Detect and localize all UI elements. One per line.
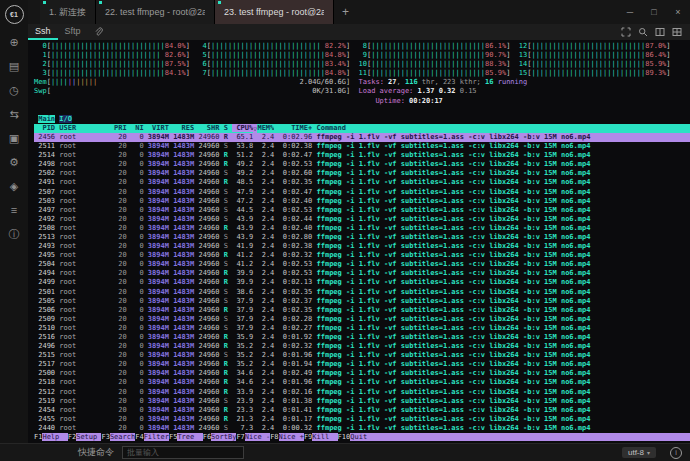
process-row[interactable]: 2516 root 20 0 3894M 1483M 24960 R 35.9 … xyxy=(34,333,690,342)
fkey-nice-[interactable]: Nice + xyxy=(279,433,304,441)
mem-cell: 2.4 xyxy=(257,369,274,377)
app-window: €1 ⊕▤◷⇆▣⚙◈≡ⓘ 1. 新连接22. test ffmpeg - roo… xyxy=(0,0,690,461)
shr-cell: 24960 xyxy=(198,378,219,386)
process-row[interactable]: 2500 root 20 0 3894M 1483M 24960 R 34.6 … xyxy=(34,369,690,378)
new-tab-button[interactable]: + xyxy=(334,0,357,24)
process-row[interactable]: 2506 root 20 0 3894M 1483M 24960 R 37.9 … xyxy=(34,306,690,315)
fkey-quit[interactable]: Quit xyxy=(350,433,375,441)
process-row[interactable]: 2440 root 20 0 3894M 1483M 24960 S 7.3 2… xyxy=(34,424,690,433)
user-cell: root xyxy=(59,160,110,168)
column-header[interactable]: TIME+ xyxy=(279,124,313,132)
process-row[interactable]: 2499 root 20 0 3894M 1483M 24960 R 39.9 … xyxy=(34,278,690,287)
fullscreen-icon[interactable] xyxy=(621,27,631,37)
fkey-setup[interactable]: Setup xyxy=(76,433,101,441)
window-tab[interactable]: 22. test ffmpeg - root@2a01:4f8:1... xyxy=(96,0,215,24)
process-row[interactable]: 2501 root 20 0 3894M 1483M 24960 S 38.6 … xyxy=(34,288,690,297)
process-row[interactable]: 2494 root 20 0 3894M 1483M 24960 R 39.9 … xyxy=(34,269,690,278)
fkey-filter[interactable]: Filter xyxy=(144,433,169,441)
process-row[interactable]: 2514 root 20 0 3894M 1483M 24960 R 51.2 … xyxy=(34,151,690,160)
screenshot-icon[interactable]: ▣ xyxy=(0,126,28,150)
cpu-cell: 23.3 xyxy=(232,406,253,414)
process-row[interactable]: 2492 root 20 0 3894M 1483M 24960 S 43.9 … xyxy=(34,215,690,224)
process-row[interactable]: 2497 root 20 0 3894M 1483M 24960 S 44.5 … xyxy=(34,206,690,215)
list-icon[interactable]: ≡ xyxy=(0,198,28,222)
encoding-select[interactable]: utf-8 ▾ xyxy=(622,447,656,458)
process-row[interactable]: 2491 root 20 0 3894M 1483M 24960 R 48.5 … xyxy=(34,178,690,187)
process-row[interactable]: 2511 root 20 0 3894M 1483M 24960 S 53.8 … xyxy=(34,142,690,151)
minimize-button[interactable]: ─ xyxy=(618,0,642,24)
fkey-nice-[interactable]: Nice - xyxy=(245,433,270,441)
process-row[interactable]: 2519 root 20 0 3894M 1483M 24960 S 23.9 … xyxy=(34,397,690,406)
process-row[interactable]: 2503 root 20 0 3894M 1483M 24960 S 47.2 … xyxy=(34,197,690,206)
column-header[interactable]: PRI xyxy=(114,124,127,132)
close-button[interactable]: × xyxy=(666,0,690,24)
fkey-sortby[interactable]: SortBy xyxy=(211,433,236,441)
terminal[interactable]: 0[|||||||||||||||||||||||||||84.0%] 4[||… xyxy=(28,40,690,443)
split-grid-icon[interactable] xyxy=(672,27,682,37)
command-cell: ffmpeg -i 1.flv -vf subtitles=1.ass -c:v… xyxy=(316,224,590,232)
maximize-button[interactable]: □ xyxy=(642,0,666,24)
process-row[interactable]: 2508 root 20 0 3894M 1483M 24960 R 43.9 … xyxy=(34,224,690,233)
column-header[interactable]: CPU% xyxy=(232,124,253,132)
htop-tab-main[interactable]: Main xyxy=(38,115,55,123)
process-row[interactable]: 2512 root 20 0 3894M 1483M 24960 R 33.9 … xyxy=(34,388,690,397)
pri-cell: 20 xyxy=(114,233,127,241)
files-icon[interactable]: ▤ xyxy=(0,54,28,78)
fkey-help[interactable]: Help xyxy=(42,433,67,441)
table-header-row[interactable]: PID USER PRI NI VIRT RES SHR S CPU%▽MEM%… xyxy=(34,124,690,133)
attach-icon[interactable] xyxy=(94,27,103,37)
process-row[interactable]: 2502 root 20 0 3894M 1483M 24960 S 49.2 … xyxy=(34,169,690,178)
process-row[interactable]: 2495 root 20 0 3894M 1483M 24960 R 41.2 … xyxy=(34,251,690,260)
process-row[interactable]: 2513 root 20 0 3894M 1483M 24960 S 43.9 … xyxy=(34,233,690,242)
process-row[interactable]: 2454 root 20 0 3894M 1483M 24960 R 23.3 … xyxy=(34,406,690,415)
info-icon[interactable]: i xyxy=(670,447,682,459)
split-horizontal-icon[interactable] xyxy=(655,27,665,37)
new-connection-icon[interactable]: ⊕ xyxy=(0,30,28,54)
info-icon[interactable]: ⓘ xyxy=(0,222,28,246)
settings-icon[interactable]: ⚙ xyxy=(0,150,28,174)
process-row[interactable]: 2498 root 20 0 3894M 1483M 24960 R 49.2 … xyxy=(34,160,690,169)
column-header[interactable]: MEM% xyxy=(257,124,274,132)
process-row[interactable]: 2496 root 20 0 3894M 1483M 24960 R 35.2 … xyxy=(34,342,690,351)
process-row[interactable]: 2515 root 20 0 3894M 1483M 24960 S 35.2 … xyxy=(34,351,690,360)
mem-cell: 2.4 xyxy=(257,197,274,205)
session-tab-ssh[interactable]: Ssh xyxy=(28,24,58,40)
process-row[interactable]: 2507 root 20 0 3894M 1483M 24960 S 47.9 … xyxy=(34,188,690,197)
process-row[interactable]: 2493 root 20 0 3894M 1483M 24960 S 41.9 … xyxy=(34,242,690,251)
process-row[interactable]: 2517 root 20 0 3894M 1483M 24960 R 35.2 … xyxy=(34,360,690,369)
fkey-kill[interactable]: Kill xyxy=(312,433,337,441)
fkey-search[interactable]: Search xyxy=(110,433,135,441)
window-tab[interactable]: 23. test ffmpeg - root@2a01:4f8:1... xyxy=(215,0,334,24)
history-icon[interactable]: ◷ xyxy=(0,78,28,102)
window-tab[interactable]: 1. 新连接 xyxy=(40,0,96,24)
fkey-tree[interactable]: Tree xyxy=(177,433,202,441)
process-row[interactable]: 2509 root 20 0 3894M 1483M 24960 S 37.9 … xyxy=(34,315,690,324)
column-header[interactable]: VIRT xyxy=(148,124,169,132)
column-header[interactable]: PID xyxy=(34,124,55,132)
process-row[interactable]: 2518 root 20 0 3894M 1483M 24960 R 34.6 … xyxy=(34,378,690,387)
session-tab-sftp[interactable]: Sftp xyxy=(58,24,88,40)
column-header[interactable]: SHR xyxy=(198,124,219,132)
column-header[interactable]: RES xyxy=(173,124,194,132)
command-cell: ffmpeg -i 1.flv -vf subtitles=1.ass -c:v… xyxy=(316,378,590,386)
transfer-icon[interactable]: ⇆ xyxy=(0,102,28,126)
batch-input[interactable] xyxy=(122,446,244,459)
process-row[interactable]: 2505 root 20 0 3894M 1483M 24960 S 37.9 … xyxy=(34,297,690,306)
function-key-bar[interactable]: F1Help F2Setup F3SearchF4FilterF5Tree F6… xyxy=(34,433,690,442)
search-icon[interactable] xyxy=(638,27,648,37)
virt-cell: 3894M xyxy=(148,169,169,177)
process-row[interactable]: 2504 root 20 0 3894M 1483M 24960 S 41.2 … xyxy=(34,260,690,269)
user-cell: root xyxy=(59,233,110,241)
htop-tab-io[interactable]: I/O xyxy=(59,115,72,123)
process-row[interactable]: 2455 root 20 0 3894M 1483M 24960 R 21.3 … xyxy=(34,415,690,424)
process-row[interactable]: 2510 root 20 0 3894M 1483M 24960 S 37.9 … xyxy=(34,324,690,333)
fkey-bar-fill xyxy=(376,433,690,441)
res-cell: 1483M xyxy=(173,260,194,268)
tasks-running: 16 xyxy=(485,78,493,86)
column-header[interactable]: Command xyxy=(316,124,346,132)
column-header[interactable]: NI xyxy=(131,124,144,132)
process-row[interactable]: 2456 root 20 0 3894M 1483M 24960 R 65.1 … xyxy=(34,133,690,142)
package-icon[interactable]: ◈ xyxy=(0,174,28,198)
pid-cell: 2502 xyxy=(34,169,55,177)
column-header[interactable]: USER xyxy=(59,124,110,132)
